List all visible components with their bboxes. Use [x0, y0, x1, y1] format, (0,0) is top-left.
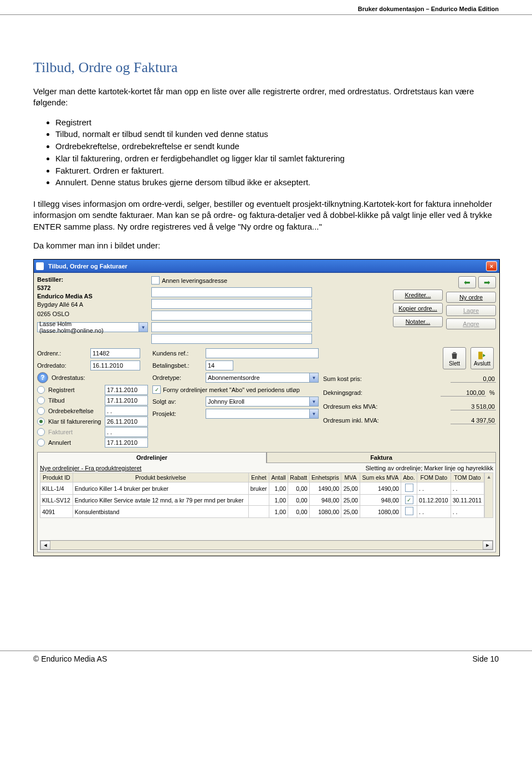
lagre-button[interactable]: Lagre — [446, 305, 496, 316]
table-row[interactable]: KILL-SV12Endurico Killer Service avtale … — [40, 495, 484, 506]
prosjekt-label: Prosjekt: — [152, 410, 202, 417]
status-date[interactable]: . . — [105, 427, 148, 437]
ordretype-label: Ordretype: — [152, 374, 202, 381]
alt-address-line5[interactable] — [151, 334, 312, 344]
radio-icon[interactable] — [37, 418, 45, 425]
status-date[interactable]: 17.11.2010 — [105, 395, 148, 405]
radio-icon[interactable] — [37, 397, 45, 404]
horizontal-scrollbar[interactable]: ◄ ► — [40, 540, 493, 550]
status-date[interactable]: . . — [105, 406, 148, 416]
dekningsgrad-value: 100,00 — [441, 389, 486, 397]
status-date[interactable]: 17.11.2010 — [105, 385, 148, 395]
ordrelinjer-table[interactable]: Produkt IDProdukt beskrivelseEnhetAntall… — [40, 473, 484, 518]
status-date[interactable]: 26.11.2010 — [105, 416, 148, 426]
chevron-down-icon[interactable]: ▼ — [139, 322, 148, 332]
column-header[interactable]: Enhetspris — [309, 473, 341, 482]
column-header[interactable]: MVA — [341, 473, 360, 482]
trash-icon — [449, 350, 460, 360]
hint-new-lines[interactable]: Nye ordrelinjer - Fra produktregisteret — [40, 465, 141, 471]
column-header[interactable]: TOM Dato — [451, 473, 484, 482]
radio-icon[interactable] — [37, 428, 45, 436]
checkbox-icon[interactable]: ✓ — [152, 385, 161, 394]
column-header[interactable]: Produkt beskrivelse — [73, 473, 248, 482]
status-radio-row[interactable]: Ordrebekreftelse. . — [37, 406, 148, 416]
ordresum-inkl-label: Ordresum inkl. MVA: — [323, 417, 447, 424]
solgtav-dropdown[interactable]: Johnny Ekroll ▼ — [206, 397, 319, 407]
column-header[interactable]: Abo. — [401, 473, 417, 482]
ordrenr-input[interactable]: 11482 — [90, 348, 140, 358]
help-icon[interactable]: ? — [37, 372, 48, 383]
prev-arrow-icon[interactable]: ⬅ — [458, 276, 476, 288]
chevron-down-icon[interactable]: ▼ — [310, 397, 319, 407]
scroll-left-icon[interactable]: ◄ — [40, 541, 50, 550]
hint-delete-line: Sletting av ordrelinje; Marker linje og … — [366, 465, 493, 471]
radio-icon[interactable] — [37, 407, 45, 415]
table-row[interactable]: 4091Konsulentbistand1,000,001080,0025,00… — [40, 506, 484, 518]
radio-icon[interactable] — [37, 386, 45, 394]
status-radio-label: Ordrebekreftelse — [48, 408, 101, 414]
table-row[interactable]: KILL-1/4Endurico Killer 1-4 bruker per b… — [40, 482, 484, 495]
checkbox-icon[interactable] — [405, 484, 413, 492]
next-arrow-icon[interactable]: ➡ — [478, 276, 496, 288]
tab-faktura[interactable]: Faktura — [267, 452, 496, 463]
alt-address-line4[interactable] — [151, 322, 312, 332]
ordredato-input[interactable]: 16.11.2010 — [90, 360, 140, 370]
ordrestatus-label: Ordrestatus: — [52, 374, 85, 381]
ny-ordre-button[interactable]: Ny ordre — [446, 292, 496, 303]
status-radio-row[interactable]: Registrert17.11.2010 — [37, 385, 148, 395]
ordretype-value[interactable]: Abonnementsordre — [206, 373, 310, 383]
forny-label: Forny ordrelinjer merket "Abo" ved perio… — [163, 387, 300, 393]
avslutt-button[interactable]: Avslutt — [470, 347, 494, 369]
status-radio-row[interactable]: Fakturert. . — [37, 427, 148, 437]
radio-icon[interactable] — [37, 439, 45, 446]
column-header[interactable]: Sum eks MVA — [360, 473, 401, 482]
notater-button[interactable]: Notater... — [393, 316, 443, 327]
status-radio-row[interactable]: Klar til fakturerering26.11.2010 — [37, 416, 148, 426]
tab-ordrelinjer[interactable]: Ordrelinjer — [37, 452, 267, 463]
solgtav-value[interactable]: Johnny Ekroll — [206, 397, 310, 407]
alt-address-line1[interactable] — [151, 287, 312, 297]
alt-address-check[interactable]: Annen leveringsadresse — [151, 276, 312, 285]
slett-button[interactable]: Slett — [443, 347, 466, 369]
angre-button[interactable]: Angre — [446, 318, 496, 329]
kundensref-input[interactable] — [206, 348, 319, 358]
krediter-button[interactable]: Krediter... — [393, 289, 443, 301]
prosjekt-value[interactable] — [206, 409, 310, 419]
alt-address-line2[interactable] — [151, 299, 312, 309]
scroll-right-icon[interactable]: ► — [483, 541, 493, 550]
betaling-input[interactable]: 14 — [206, 360, 233, 370]
titlebar: Tilbud, Ordrer og Fakturaer × — [34, 260, 499, 273]
ordretype-dropdown[interactable]: Abonnementsordre ▼ — [206, 373, 319, 383]
alt-address-line3[interactable] — [151, 311, 312, 321]
ordresum-eks-value: 3 518,00 — [451, 403, 496, 410]
doc-header: Bruker dokumentasjon – Endurico Media Ed… — [0, 0, 532, 15]
contact-value[interactable]: Lasse Holm (lasse.holm@online.no) — [37, 322, 139, 332]
column-header[interactable]: Enhet — [248, 473, 269, 482]
column-header[interactable]: FOM Dato — [417, 473, 451, 482]
status-radio-label: Klar til fakturerering — [48, 418, 101, 425]
close-icon[interactable]: × — [486, 261, 497, 271]
status-radio-row[interactable]: Annulert17.11.2010 — [37, 438, 148, 448]
kopier-ordre-button[interactable]: Kopier ordre... — [393, 303, 443, 314]
forny-check[interactable]: ✓ Forny ordrelinjer merket "Abo" ved per… — [152, 385, 319, 394]
chevron-down-icon[interactable]: ▼ — [310, 409, 319, 419]
chevron-down-icon[interactable]: ▼ — [310, 373, 319, 383]
betaling-label: Betalingsbet.: — [152, 362, 202, 369]
status-item: Annulert. Denne status brukes gjerne der… — [55, 176, 499, 189]
dekningsgrad-label: Dekningsgrad: — [323, 389, 437, 396]
checkbox-icon[interactable]: ✓ — [405, 496, 413, 504]
window-title: Tilbud, Ordrer og Fakturaer — [46, 263, 486, 270]
doc-footer: © Endurico Media AS Side 10 — [0, 651, 532, 672]
sum-kost-value: 0,00 — [451, 375, 496, 383]
checkbox-icon[interactable] — [151, 276, 160, 285]
column-header[interactable]: Antall — [269, 473, 288, 482]
column-header[interactable]: Produkt ID — [40, 473, 73, 482]
status-date[interactable]: 17.11.2010 — [105, 438, 148, 448]
status-list: Registrert Tilbud, normalt er tilbud sen… — [33, 116, 499, 189]
prosjekt-dropdown[interactable]: ▼ — [206, 409, 319, 419]
column-header[interactable]: Rabatt — [288, 473, 309, 482]
checkbox-icon[interactable] — [405, 507, 413, 515]
contact-dropdown[interactable]: Lasse Holm (lasse.holm@online.no) ▼ — [37, 322, 148, 332]
scroll-up-icon[interactable]: ▲ — [484, 473, 493, 518]
status-radio-row[interactable]: Tilbud17.11.2010 — [37, 395, 148, 405]
